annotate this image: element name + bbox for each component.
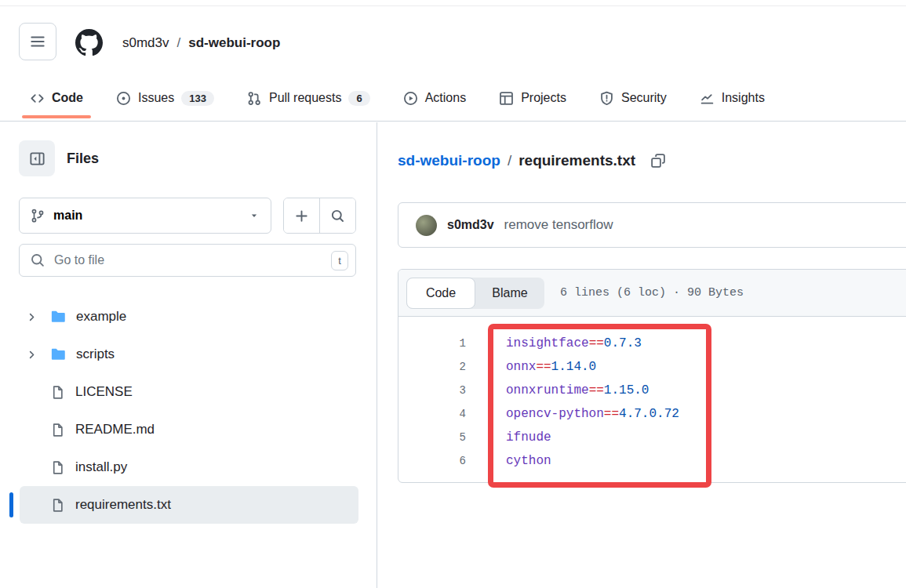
commit-message-link[interactable]: remove tensorflow [504, 217, 613, 233]
tab-code[interactable]: Code [22, 75, 91, 121]
tab-label: Actions [425, 91, 466, 105]
tree-item-example[interactable]: example [20, 298, 358, 336]
code-token-operator: == [604, 407, 619, 421]
tree-action-buttons [283, 198, 356, 234]
github-logo-icon[interactable] [75, 29, 103, 56]
code-line: 3 onnxruntime==1.15.0 [398, 379, 906, 402]
repo-nav: Code Issues 133 Pull requests 6 [0, 75, 906, 122]
hamburger-menu-button[interactable] [19, 23, 56, 60]
tree-item-readme[interactable]: README.md [20, 411, 358, 448]
tab-security[interactable]: Security [591, 75, 675, 121]
file-icon [50, 498, 65, 513]
file-breadcrumb: sd-webui-roop / requirements.txt [398, 151, 906, 171]
code-token-version: 4.7.0.72 [619, 407, 679, 421]
tab-code-view[interactable]: Code [406, 278, 475, 309]
file-icon [50, 385, 65, 400]
search-icon [30, 252, 45, 268]
tree-item-install-py[interactable]: install.py [20, 448, 358, 486]
git-pull-request-icon [247, 91, 262, 106]
tree-item-label: example [76, 309, 126, 325]
code-token-package: onnx [506, 360, 536, 374]
collapse-sidebar-button[interactable] [19, 140, 55, 176]
file-viewer-header: Code Blame 6 lines (6 loc) · 90 Bytes [398, 270, 906, 317]
code-token-package: ifnude [506, 430, 551, 445]
code-token-version: 0.7.3 [604, 336, 642, 350]
code-listing: 1 insightface==0.7.3 2 onnx==1.14.0 3 on… [398, 317, 906, 482]
commit-author-link[interactable]: s0md3v [447, 218, 494, 232]
files-panel-title: Files [67, 151, 99, 167]
folder-icon [50, 309, 66, 325]
tree-item-requirements-txt[interactable]: requirements.txt [20, 486, 358, 524]
tree-item-label: LICENSE [75, 384, 133, 400]
file-breadcrumb-filename: requirements.txt [518, 152, 635, 169]
code-line: 2 onnx==1.14.0 [398, 355, 906, 379]
tab-label: Code [52, 91, 83, 105]
line-number[interactable]: 6 [398, 455, 466, 467]
breadcrumb-owner-link[interactable]: s0md3v [122, 35, 169, 51]
file-breadcrumb-separator: / [508, 152, 511, 169]
tab-label: Projects [521, 91, 566, 105]
code-icon [30, 91, 45, 106]
line-number[interactable]: 1 [398, 337, 466, 350]
current-branch-label: main [53, 209, 82, 223]
code-line: 1 insightface==0.7.3 [398, 332, 906, 355]
copy-path-button[interactable] [649, 151, 668, 170]
pull-requests-count-badge: 6 [348, 91, 369, 106]
window-top-divider [0, 5, 906, 6]
tab-actions[interactable]: Actions [395, 75, 474, 121]
file-icon [50, 460, 65, 475]
code-token-version: 1.15.0 [604, 383, 649, 397]
three-bars-icon [29, 33, 46, 50]
github-file-page: s0md3v / sd-webui-roop Code Issues 133 [0, 0, 906, 588]
search-tree-button[interactable] [319, 198, 355, 233]
tree-item-scripts[interactable]: scripts [20, 336, 358, 373]
table-icon [499, 91, 514, 106]
code-line: 6 cython [398, 449, 906, 473]
branch-selector[interactable]: main [19, 198, 271, 234]
breadcrumb-separator: / [177, 35, 181, 51]
go-to-file-input[interactable] [19, 244, 356, 277]
tab-pull-requests[interactable]: Pull requests 6 [239, 75, 378, 121]
tab-issues[interactable]: Issues 133 [108, 75, 222, 121]
code-token-version: 1.14.0 [551, 360, 597, 374]
tab-label: Security [621, 91, 667, 105]
code-line: 4 opencv-python==4.7.0.72 [398, 402, 906, 426]
tree-item-license[interactable]: LICENSE [20, 373, 358, 411]
code-token-operator: == [589, 336, 604, 350]
chevron-right-icon [26, 349, 38, 361]
shortcut-key-badge: t [331, 251, 348, 270]
latest-commit-bar: s0md3v remove tensorflow [398, 202, 906, 248]
tab-label: Pull requests [269, 91, 342, 105]
tab-insights[interactable]: Insights [692, 75, 773, 121]
file-viewer: Code Blame 6 lines (6 loc) · 90 Bytes 1 … [398, 269, 906, 483]
line-number[interactable]: 5 [398, 431, 466, 444]
issues-count-badge: 133 [181, 91, 214, 106]
git-branch-icon [31, 209, 45, 223]
graph-icon [700, 91, 715, 106]
files-sidebar: Files main [0, 122, 377, 588]
chevron-right-icon [26, 311, 38, 323]
line-number[interactable]: 2 [398, 361, 466, 373]
code-token-operator: == [536, 360, 551, 374]
code-token-operator: == [589, 383, 604, 397]
tab-blame-view[interactable]: Blame [475, 278, 544, 309]
file-tree: example scripts LICENSE [20, 298, 358, 524]
line-number[interactable]: 4 [398, 408, 466, 420]
code-blame-switch: Code Blame [406, 278, 544, 309]
add-file-button[interactable] [284, 198, 319, 233]
tree-item-label: README.md [75, 422, 155, 437]
code-token-package: cython [506, 454, 551, 468]
tree-item-label: requirements.txt [75, 497, 171, 513]
file-icon [50, 423, 65, 437]
code-token-package: insightface [506, 336, 589, 350]
file-breadcrumb-repo-link[interactable]: sd-webui-roop [398, 152, 500, 169]
tab-label: Issues [138, 91, 174, 105]
tab-projects[interactable]: Projects [491, 75, 574, 121]
chevron-down-icon [249, 210, 260, 221]
line-number[interactable]: 3 [398, 384, 466, 397]
file-stats: 6 lines (6 loc) · 90 Bytes [560, 286, 744, 299]
avatar[interactable] [416, 215, 437, 236]
search-icon [330, 209, 345, 223]
breadcrumb-repo-link[interactable]: sd-webui-roop [188, 35, 280, 51]
issue-opened-icon [116, 91, 131, 106]
